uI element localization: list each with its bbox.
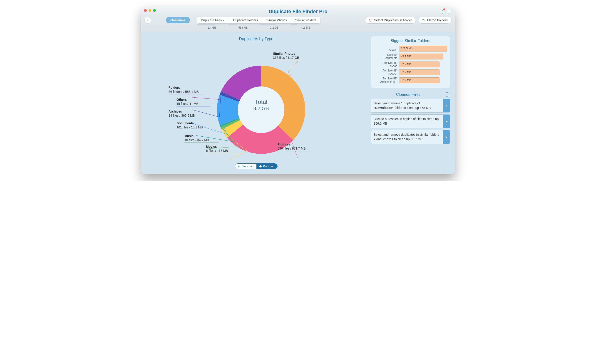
maximize-icon[interactable] (153, 9, 156, 12)
hints-more-icon[interactable]: › (445, 92, 449, 97)
select-duplicates-button[interactable]: Select Duplicates in Folder (365, 17, 416, 24)
folder-pair-names: DesktopDocuments (374, 53, 397, 60)
app-title: Duplicate File Finder Pro (144, 9, 452, 15)
hint-go-icon[interactable]: ▸ (443, 99, 450, 112)
hint-go-icon[interactable]: ▸ (443, 130, 450, 144)
chart-label-archives: Archives34 files / 365.5 MB (169, 109, 203, 118)
select-duplicates-label: Select Duplicates in Folder (374, 18, 412, 22)
chart-center-total: Total 3.2 GB (253, 98, 269, 111)
merge-folders-label: Merge Folders (427, 18, 448, 22)
chart-label-documents: Documents161 files / 16.1 MB (177, 121, 210, 130)
chart-label-pictures: Pictures696 files / 871.7 MB (277, 142, 312, 151)
category-tab-0[interactable]: Duplicate Files▼ (197, 17, 229, 23)
rss-icon[interactable] (440, 9, 445, 14)
similar-folder-row[interactable]: Archive (41)AAAA252.7 MB (374, 69, 447, 76)
folder-pair-size: 73.4 MB (401, 55, 411, 58)
back-button[interactable] (144, 17, 151, 24)
merge-folders-button[interactable]: Merge Folders (418, 17, 452, 24)
folder-pair-names: Archive (41)львов (374, 61, 397, 68)
biggest-similar-folders-panel: Biggest Similar Folders 2печать171.3 MBD… (371, 36, 450, 88)
toolbar: Overview Duplicate Files▼Duplicate Folde… (141, 15, 455, 32)
right-column: Biggest Similar Folders 2печать171.3 MBD… (371, 36, 450, 169)
folder-pair-names: Archive (41)AAAA2 (374, 69, 397, 76)
category-tab-size-3: 413 MB (290, 24, 321, 29)
similar-folder-row[interactable]: 2печать171.3 MB (374, 45, 447, 52)
chart-label-movies: Movies6 files / 117 MB (206, 145, 240, 153)
donut-chart: Total 3.2 GB Similar Photos367 files / 1… (146, 44, 367, 161)
category-tab-1[interactable]: Duplicate Folders (229, 17, 262, 23)
info-icon[interactable]: i (447, 9, 452, 14)
folder-pair-size: 52.7 MB (401, 79, 411, 82)
titlebar: Duplicate File Finder Pro i (141, 7, 455, 15)
folder-pair-names: 2печать (374, 45, 397, 52)
chart-label-folders: Folders66 folders / 588.1 MB (169, 86, 203, 95)
hint-text: Select and remove duplicates in similar … (371, 130, 443, 144)
biggest-similar-title: Biggest Similar Folders (374, 39, 447, 43)
hint-text: Click to autoselect 5 copies of files to… (371, 115, 443, 128)
category-tabs: Duplicate Files▼Duplicate FoldersSimilar… (197, 17, 321, 29)
cleanup-hints-panel: Cleanup Hints › Select and remove 1 dupl… (371, 92, 450, 146)
window-controls (144, 9, 156, 12)
similar-folder-row[interactable]: Archive (41)Archive (41) 252.7 MB (374, 77, 447, 84)
total-value: 3.2 GB (253, 106, 269, 111)
minimize-icon[interactable] (149, 9, 151, 12)
overview-tab[interactable]: Overview (166, 17, 190, 23)
folder-pair-size: 171.3 MB (401, 47, 412, 50)
chart-panel: Duplicates by Type Total 3.2 GB Similar … (146, 36, 367, 169)
cleanup-hint[interactable]: Select and remove 1 duplicate of "Downlo… (371, 99, 450, 113)
content-area: Duplicates by Type Total 3.2 GB Similar … (141, 32, 455, 174)
similar-folder-row[interactable]: DesktopDocuments73.4 MB (374, 53, 447, 60)
chart-label-music: Music10 files / 34.7 MB (184, 134, 218, 143)
chart-label-others: Others15 files / 41 MB (177, 98, 210, 106)
hint-text: Select and remove 1 duplicate of "Downlo… (371, 99, 443, 112)
chart-title: Duplicates by Type (146, 36, 367, 41)
total-label: Total (253, 98, 269, 106)
folder-pair-names: Archive (41)Archive (41) 2 (374, 77, 397, 84)
svg-point-0 (441, 12, 441, 12)
svg-point-1 (369, 19, 372, 22)
cleanup-hint[interactable]: Select and remove duplicates in similar … (371, 130, 450, 144)
chart-label-similar-photos: Similar Photos367 files / 1.17 GB (273, 51, 307, 60)
folder-pair-size: 52.7 MB (401, 63, 411, 66)
category-tab-2[interactable]: Similar Photos (262, 17, 291, 23)
category-tab-size-0: 1.4 GB (197, 24, 227, 29)
hint-go-icon[interactable]: ▸ (443, 115, 450, 128)
category-tab-3[interactable]: Similar Folders (291, 17, 320, 23)
close-icon[interactable] (144, 9, 147, 12)
category-tab-size-1: 588 MB (228, 24, 258, 29)
category-tab-size-2: 1.2 GB (259, 24, 290, 29)
cleanup-hints-title: Cleanup Hints (372, 92, 445, 97)
similar-folder-row[interactable]: Archive (41)львов52.7 MB (374, 61, 447, 68)
app-window: Duplicate File Finder Pro i Overview Dup… (141, 7, 455, 174)
cleanup-hint[interactable]: Click to autoselect 5 copies of files to… (371, 114, 450, 128)
folder-pair-size: 52.7 MB (401, 71, 411, 74)
